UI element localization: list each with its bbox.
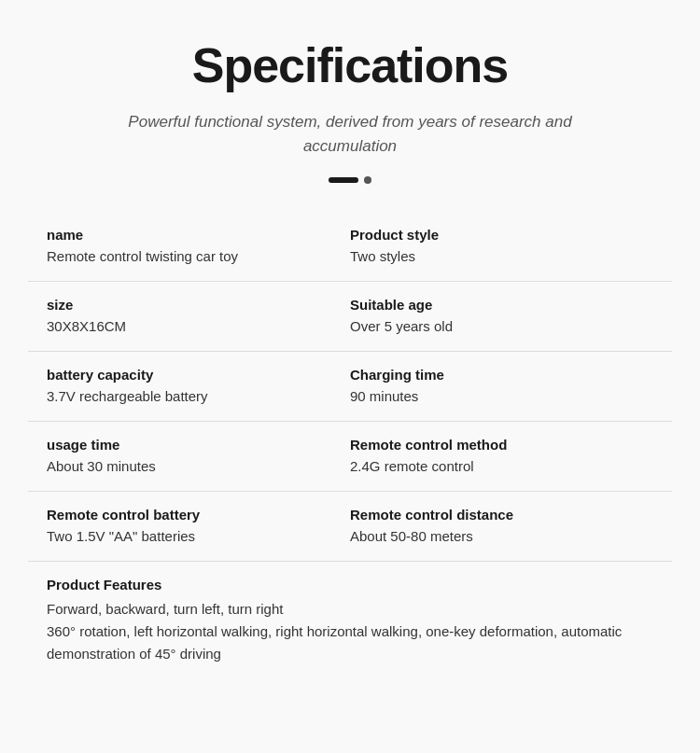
spec-cell-right: Remote control distanceAbout 50-80 meter… [350, 507, 653, 546]
spec-cell-left: usage timeAbout 30 minutes [47, 437, 350, 476]
spec-value-left: About 30 minutes [47, 456, 331, 476]
spec-label-right: Charging time [350, 367, 635, 383]
product-features-label: Product Features [47, 577, 653, 593]
spec-cell-left: nameRemote control twisting car toy [47, 227, 350, 266]
spec-label-right: Suitable age [350, 297, 635, 313]
page-title: Specifications [28, 37, 672, 93]
product-features-section: Product Features Forward, backward, turn… [28, 561, 672, 680]
spec-label-left: battery capacity [47, 367, 331, 383]
spec-label-left: name [47, 227, 331, 243]
spec-cell-left: Remote control batteryTwo 1.5V "AA" batt… [47, 507, 350, 546]
dot-long [329, 177, 358, 183]
spec-row: Remote control batteryTwo 1.5V "AA" batt… [28, 492, 672, 561]
spec-cell-right: Product styleTwo styles [350, 227, 653, 266]
spec-row: nameRemote control twisting car toyProdu… [28, 212, 672, 282]
specs-table: nameRemote control twisting car toyProdu… [28, 212, 672, 561]
spec-cell-right: Suitable ageOver 5 years old [350, 297, 653, 336]
spec-value-right: Two styles [350, 246, 635, 266]
spec-value-left: 3.7V rechargeable battery [47, 386, 331, 406]
spec-label-right: Remote control method [350, 437, 635, 453]
product-features-value: Forward, backward, turn left, turn right… [47, 598, 653, 665]
spec-value-left: 30X8X16CM [47, 316, 331, 336]
spec-label-left: size [47, 297, 331, 313]
spec-row: size30X8X16CMSuitable ageOver 5 years ol… [28, 282, 672, 352]
spec-value-right: 2.4G remote control [350, 456, 635, 476]
header-section: Specifications Powerful functional syste… [28, 37, 672, 184]
spec-value-right: Over 5 years old [350, 316, 635, 336]
spec-label-left: usage time [47, 437, 331, 453]
spec-row: battery capacity3.7V rechargeable batter… [28, 352, 672, 422]
dots-indicator [28, 176, 672, 184]
spec-value-right: 90 minutes [350, 386, 635, 406]
spec-label-left: Remote control battery [47, 507, 331, 523]
spec-cell-right: Remote control method2.4G remote control [350, 437, 653, 476]
dot-small [364, 176, 371, 184]
spec-cell-left: size30X8X16CM [47, 297, 350, 336]
spec-value-left: Remote control twisting car toy [47, 246, 331, 266]
spec-row: usage timeAbout 30 minutesRemote control… [28, 422, 672, 492]
spec-label-right: Remote control distance [350, 507, 635, 523]
page-subtitle: Powerful functional system, derived from… [93, 110, 607, 158]
spec-cell-right: Charging time90 minutes [350, 367, 653, 406]
spec-cell-left: battery capacity3.7V rechargeable batter… [47, 367, 350, 406]
spec-label-right: Product style [350, 227, 635, 243]
page-container: Specifications Powerful functional syste… [0, 0, 700, 718]
spec-value-left: Two 1.5V "AA" batteries [47, 526, 331, 546]
spec-value-right: About 50-80 meters [350, 526, 635, 546]
